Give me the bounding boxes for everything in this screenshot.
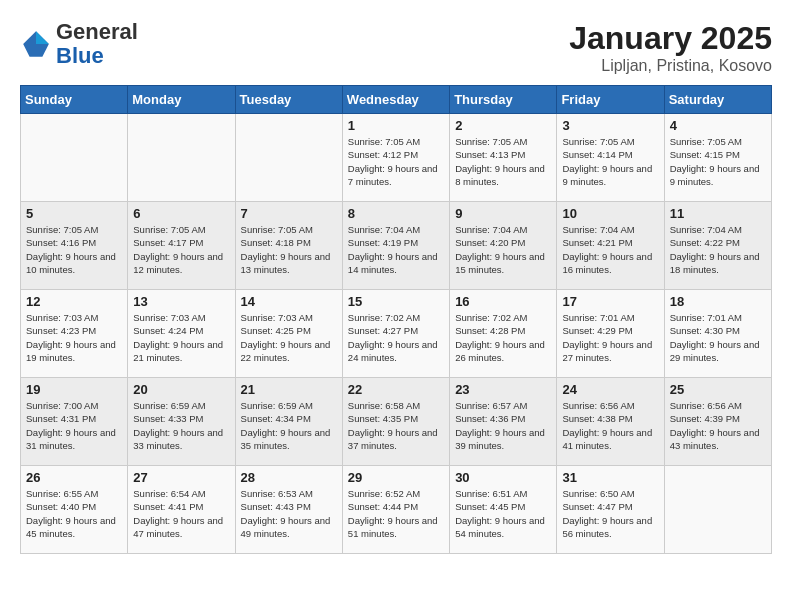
calendar-cell: 14Sunrise: 7:03 AM Sunset: 4:25 PM Dayli… — [235, 290, 342, 378]
weekday-label: Wednesday — [342, 86, 449, 114]
day-number: 28 — [241, 470, 337, 485]
cell-sun-info: Sunrise: 7:02 AM Sunset: 4:27 PM Dayligh… — [348, 311, 444, 364]
calendar-cell: 25Sunrise: 6:56 AM Sunset: 4:39 PM Dayli… — [664, 378, 771, 466]
day-number: 16 — [455, 294, 551, 309]
weekday-header-row: SundayMondayTuesdayWednesdayThursdayFrid… — [21, 86, 772, 114]
calendar-cell: 6Sunrise: 7:05 AM Sunset: 4:17 PM Daylig… — [128, 202, 235, 290]
calendar-cell: 3Sunrise: 7:05 AM Sunset: 4:14 PM Daylig… — [557, 114, 664, 202]
logo-icon — [20, 28, 52, 60]
cell-sun-info: Sunrise: 7:05 AM Sunset: 4:12 PM Dayligh… — [348, 135, 444, 188]
calendar-cell: 29Sunrise: 6:52 AM Sunset: 4:44 PM Dayli… — [342, 466, 449, 554]
calendar-cell: 22Sunrise: 6:58 AM Sunset: 4:35 PM Dayli… — [342, 378, 449, 466]
day-number: 21 — [241, 382, 337, 397]
day-number: 1 — [348, 118, 444, 133]
day-number: 13 — [133, 294, 229, 309]
weekday-label: Friday — [557, 86, 664, 114]
cell-sun-info: Sunrise: 6:58 AM Sunset: 4:35 PM Dayligh… — [348, 399, 444, 452]
day-number: 12 — [26, 294, 122, 309]
cell-sun-info: Sunrise: 7:05 AM Sunset: 4:14 PM Dayligh… — [562, 135, 658, 188]
day-number: 15 — [348, 294, 444, 309]
day-number: 20 — [133, 382, 229, 397]
calendar-cell — [664, 466, 771, 554]
cell-sun-info: Sunrise: 6:55 AM Sunset: 4:40 PM Dayligh… — [26, 487, 122, 540]
day-number: 26 — [26, 470, 122, 485]
cell-sun-info: Sunrise: 7:03 AM Sunset: 4:23 PM Dayligh… — [26, 311, 122, 364]
cell-sun-info: Sunrise: 6:50 AM Sunset: 4:47 PM Dayligh… — [562, 487, 658, 540]
cell-sun-info: Sunrise: 7:00 AM Sunset: 4:31 PM Dayligh… — [26, 399, 122, 452]
calendar-cell: 18Sunrise: 7:01 AM Sunset: 4:30 PM Dayli… — [664, 290, 771, 378]
calendar-cell: 13Sunrise: 7:03 AM Sunset: 4:24 PM Dayli… — [128, 290, 235, 378]
calendar-body: 1Sunrise: 7:05 AM Sunset: 4:12 PM Daylig… — [21, 114, 772, 554]
calendar-cell: 11Sunrise: 7:04 AM Sunset: 4:22 PM Dayli… — [664, 202, 771, 290]
calendar-week-row: 5Sunrise: 7:05 AM Sunset: 4:16 PM Daylig… — [21, 202, 772, 290]
day-number: 27 — [133, 470, 229, 485]
day-number: 17 — [562, 294, 658, 309]
cell-sun-info: Sunrise: 6:56 AM Sunset: 4:39 PM Dayligh… — [670, 399, 766, 452]
calendar-cell: 26Sunrise: 6:55 AM Sunset: 4:40 PM Dayli… — [21, 466, 128, 554]
day-number: 7 — [241, 206, 337, 221]
calendar-cell: 23Sunrise: 6:57 AM Sunset: 4:36 PM Dayli… — [450, 378, 557, 466]
logo-blue-text: Blue — [56, 43, 104, 68]
calendar-cell — [128, 114, 235, 202]
day-number: 23 — [455, 382, 551, 397]
weekday-label: Thursday — [450, 86, 557, 114]
day-number: 14 — [241, 294, 337, 309]
calendar-cell: 24Sunrise: 6:56 AM Sunset: 4:38 PM Dayli… — [557, 378, 664, 466]
calendar-cell: 5Sunrise: 7:05 AM Sunset: 4:16 PM Daylig… — [21, 202, 128, 290]
day-number: 19 — [26, 382, 122, 397]
logo-general-text: General — [56, 19, 138, 44]
weekday-label: Monday — [128, 86, 235, 114]
logo: General Blue — [20, 20, 138, 68]
day-number: 3 — [562, 118, 658, 133]
weekday-label: Tuesday — [235, 86, 342, 114]
day-number: 31 — [562, 470, 658, 485]
day-number: 2 — [455, 118, 551, 133]
day-number: 24 — [562, 382, 658, 397]
calendar-week-row: 1Sunrise: 7:05 AM Sunset: 4:12 PM Daylig… — [21, 114, 772, 202]
day-number: 8 — [348, 206, 444, 221]
day-number: 5 — [26, 206, 122, 221]
calendar-cell: 4Sunrise: 7:05 AM Sunset: 4:15 PM Daylig… — [664, 114, 771, 202]
calendar-cell: 16Sunrise: 7:02 AM Sunset: 4:28 PM Dayli… — [450, 290, 557, 378]
cell-sun-info: Sunrise: 7:01 AM Sunset: 4:29 PM Dayligh… — [562, 311, 658, 364]
day-number: 25 — [670, 382, 766, 397]
calendar-cell: 20Sunrise: 6:59 AM Sunset: 4:33 PM Dayli… — [128, 378, 235, 466]
calendar-week-row: 26Sunrise: 6:55 AM Sunset: 4:40 PM Dayli… — [21, 466, 772, 554]
calendar-cell: 17Sunrise: 7:01 AM Sunset: 4:29 PM Dayli… — [557, 290, 664, 378]
cell-sun-info: Sunrise: 7:03 AM Sunset: 4:25 PM Dayligh… — [241, 311, 337, 364]
calendar-cell — [21, 114, 128, 202]
cell-sun-info: Sunrise: 6:56 AM Sunset: 4:38 PM Dayligh… — [562, 399, 658, 452]
calendar-cell: 28Sunrise: 6:53 AM Sunset: 4:43 PM Dayli… — [235, 466, 342, 554]
calendar-cell: 19Sunrise: 7:00 AM Sunset: 4:31 PM Dayli… — [21, 378, 128, 466]
month-title: January 2025 — [569, 20, 772, 57]
calendar-cell: 30Sunrise: 6:51 AM Sunset: 4:45 PM Dayli… — [450, 466, 557, 554]
page-header: General Blue January 2025 Lipljan, Prist… — [20, 20, 772, 75]
day-number: 9 — [455, 206, 551, 221]
weekday-label: Saturday — [664, 86, 771, 114]
svg-marker-1 — [36, 31, 49, 44]
cell-sun-info: Sunrise: 7:05 AM Sunset: 4:13 PM Dayligh… — [455, 135, 551, 188]
cell-sun-info: Sunrise: 7:04 AM Sunset: 4:20 PM Dayligh… — [455, 223, 551, 276]
day-number: 10 — [562, 206, 658, 221]
cell-sun-info: Sunrise: 7:04 AM Sunset: 4:21 PM Dayligh… — [562, 223, 658, 276]
calendar-cell: 15Sunrise: 7:02 AM Sunset: 4:27 PM Dayli… — [342, 290, 449, 378]
location-title: Lipljan, Pristina, Kosovo — [569, 57, 772, 75]
day-number: 29 — [348, 470, 444, 485]
calendar-week-row: 12Sunrise: 7:03 AM Sunset: 4:23 PM Dayli… — [21, 290, 772, 378]
cell-sun-info: Sunrise: 6:59 AM Sunset: 4:34 PM Dayligh… — [241, 399, 337, 452]
calendar-cell: 10Sunrise: 7:04 AM Sunset: 4:21 PM Dayli… — [557, 202, 664, 290]
day-number: 6 — [133, 206, 229, 221]
calendar-cell: 7Sunrise: 7:05 AM Sunset: 4:18 PM Daylig… — [235, 202, 342, 290]
cell-sun-info: Sunrise: 7:05 AM Sunset: 4:18 PM Dayligh… — [241, 223, 337, 276]
cell-sun-info: Sunrise: 6:57 AM Sunset: 4:36 PM Dayligh… — [455, 399, 551, 452]
cell-sun-info: Sunrise: 6:59 AM Sunset: 4:33 PM Dayligh… — [133, 399, 229, 452]
cell-sun-info: Sunrise: 7:02 AM Sunset: 4:28 PM Dayligh… — [455, 311, 551, 364]
cell-sun-info: Sunrise: 6:51 AM Sunset: 4:45 PM Dayligh… — [455, 487, 551, 540]
cell-sun-info: Sunrise: 7:05 AM Sunset: 4:17 PM Dayligh… — [133, 223, 229, 276]
title-block: January 2025 Lipljan, Pristina, Kosovo — [569, 20, 772, 75]
calendar-cell: 31Sunrise: 6:50 AM Sunset: 4:47 PM Dayli… — [557, 466, 664, 554]
cell-sun-info: Sunrise: 6:52 AM Sunset: 4:44 PM Dayligh… — [348, 487, 444, 540]
calendar-table: SundayMondayTuesdayWednesdayThursdayFrid… — [20, 85, 772, 554]
cell-sun-info: Sunrise: 7:05 AM Sunset: 4:15 PM Dayligh… — [670, 135, 766, 188]
calendar-cell: 8Sunrise: 7:04 AM Sunset: 4:19 PM Daylig… — [342, 202, 449, 290]
